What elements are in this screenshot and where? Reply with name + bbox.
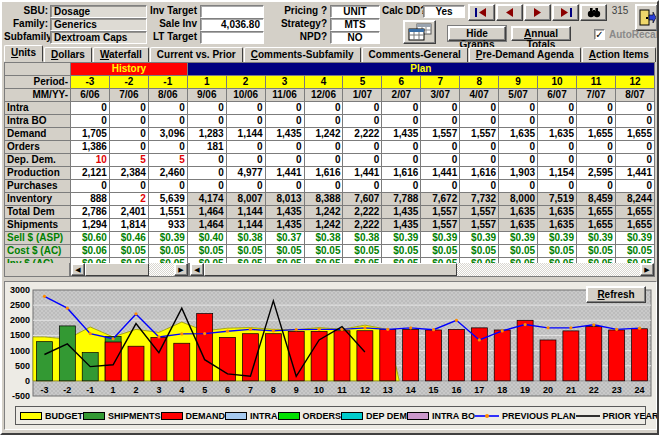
grid-cell[interactable]: 1,557 — [460, 206, 499, 219]
grid-cell[interactable]: 0 — [71, 102, 110, 115]
grid-cell[interactable]: 1,655 — [615, 219, 654, 232]
grid-cell[interactable]: 1,441 — [343, 167, 382, 180]
grid-cell[interactable]: 1,814 — [109, 219, 148, 232]
grid-cell[interactable]: 1,242 — [304, 206, 343, 219]
grid-cell[interactable]: 0 — [499, 154, 538, 167]
tab-waterfall[interactable]: Waterfall — [93, 47, 149, 62]
grid-cell[interactable]: 1,435 — [265, 206, 304, 219]
grid-cell[interactable]: 0 — [421, 102, 460, 115]
exit-button[interactable] — [635, 4, 658, 31]
history-scroll-track[interactable] — [85, 263, 174, 276]
grid-cell[interactable]: 1,464 — [187, 206, 226, 219]
grid-cell[interactable]: 1,655 — [576, 128, 615, 141]
grid-cell[interactable]: 1,635 — [499, 128, 538, 141]
nav-last-button[interactable] — [552, 4, 579, 21]
grid-cell[interactable]: 1,441 — [265, 167, 304, 180]
grid-cell[interactable]: 0 — [499, 141, 538, 154]
data-tables-button[interactable] — [403, 20, 436, 44]
grid-cell[interactable]: 1,635 — [538, 219, 577, 232]
grid-cell[interactable]: 3,096 — [148, 128, 187, 141]
grid-cell[interactable]: 2,222 — [343, 219, 382, 232]
grid-cell[interactable]: 0 — [421, 141, 460, 154]
grid-cell[interactable]: $0.05 — [226, 245, 265, 258]
grid-cell[interactable]: $0.39 — [499, 232, 538, 245]
grid-cell[interactable]: 0 — [109, 180, 148, 193]
grid-cell[interactable]: 1,435 — [382, 206, 421, 219]
scroll-left-icon[interactable]: ◀ — [190, 263, 204, 276]
history-scrollbar[interactable]: ◀ ▶ — [70, 263, 189, 277]
grid-cell[interactable]: 0 — [109, 128, 148, 141]
npd-field[interactable]: NO — [330, 31, 380, 44]
grid-cell[interactable]: $0.05 — [576, 245, 615, 258]
grid-cell[interactable]: 0 — [576, 180, 615, 193]
grid-cell[interactable]: 0 — [265, 141, 304, 154]
grid-cell[interactable]: 1,144 — [226, 219, 265, 232]
grid-cell[interactable]: 933 — [148, 219, 187, 232]
grid-cell[interactable]: 1,557 — [421, 206, 460, 219]
autorecalc-checkbox[interactable]: ✓ — [594, 29, 605, 40]
period-header[interactable]: 4 — [304, 76, 343, 89]
calc-dd-field[interactable]: Yes — [423, 5, 465, 18]
grid-cell[interactable]: 1,441 — [421, 167, 460, 180]
grid-cell[interactable]: 1,655 — [576, 206, 615, 219]
sale-inv-field[interactable]: 4,036.80 — [200, 18, 264, 31]
pricing-field[interactable]: UNIT — [330, 5, 380, 18]
grid-cell[interactable]: $0.39 — [421, 232, 460, 245]
grid-cell[interactable]: $0.05 — [382, 245, 421, 258]
grid-cell[interactable]: 2 — [109, 193, 148, 206]
period-header[interactable]: 2 — [226, 76, 265, 89]
grid-cell[interactable]: 1,616 — [382, 167, 421, 180]
grid-cell[interactable]: 1,655 — [615, 128, 654, 141]
grid-cell[interactable]: 0 — [538, 102, 577, 115]
tab-dollars[interactable]: Dollars — [44, 47, 92, 62]
grid-cell[interactable]: 0 — [304, 141, 343, 154]
grid-cell[interactable]: 1,705 — [71, 128, 110, 141]
grid-cell[interactable]: 0 — [226, 115, 265, 128]
grid-cell[interactable]: 2,460 — [148, 167, 187, 180]
grid-cell[interactable]: 1,551 — [148, 206, 187, 219]
grid-cell[interactable]: 0 — [538, 141, 577, 154]
grid-cell[interactable]: 0 — [576, 115, 615, 128]
grid-cell[interactable]: 7,519 — [538, 193, 577, 206]
grid-cell[interactable]: 0 — [265, 154, 304, 167]
tab-pre-demand-agenda[interactable]: Pre-Demand Agenda — [469, 47, 581, 62]
grid-cell[interactable]: 7,672 — [421, 193, 460, 206]
scroll-right-icon[interactable]: ▶ — [640, 263, 654, 276]
period-header[interactable]: 7 — [421, 76, 460, 89]
grid-cell[interactable]: 0 — [499, 102, 538, 115]
scroll-left-icon[interactable]: ◀ — [71, 263, 85, 276]
grid-cell[interactable]: 0 — [460, 115, 499, 128]
grid-cell[interactable]: 0 — [343, 180, 382, 193]
grid-cell[interactable]: $0.60 — [71, 232, 110, 245]
grid-cell[interactable]: 0 — [343, 115, 382, 128]
grid-cell[interactable]: $0.05 — [148, 245, 187, 258]
grid-cell[interactable]: $0.39 — [538, 232, 577, 245]
tab-comments-general[interactable]: Comments-General — [362, 47, 468, 62]
grid-cell[interactable]: 2,222 — [343, 206, 382, 219]
grid-cell[interactable]: $0.38 — [226, 232, 265, 245]
grid-cell[interactable]: 8,013 — [265, 193, 304, 206]
grid-cell[interactable]: 1,655 — [615, 206, 654, 219]
inv-target-field[interactable] — [200, 5, 264, 18]
tab-action-items[interactable]: Action Items — [582, 47, 656, 62]
grid-cell[interactable]: 0 — [615, 115, 654, 128]
grid-cell[interactable]: $0.06 — [71, 245, 110, 258]
grid-cell[interactable]: 1,635 — [538, 206, 577, 219]
period-header[interactable]: 11 — [576, 76, 615, 89]
history-scroll-thumb[interactable] — [85, 263, 149, 276]
tab-comments-subfamily[interactable]: Comments-Subfamily — [244, 47, 361, 62]
grid-cell[interactable]: 10 — [71, 154, 110, 167]
grid-cell[interactable]: 0 — [538, 180, 577, 193]
grid-cell[interactable]: $0.05 — [109, 245, 148, 258]
grid-cell[interactable]: 8,244 — [615, 193, 654, 206]
grid-cell[interactable]: 0 — [576, 154, 615, 167]
grid-cell[interactable]: 0 — [343, 141, 382, 154]
period-header[interactable]: 9 — [499, 76, 538, 89]
scroll-right-icon[interactable]: ▶ — [174, 263, 188, 276]
nav-first-button[interactable] — [468, 4, 495, 21]
grid-cell[interactable]: 0 — [109, 115, 148, 128]
period-header[interactable]: 6 — [382, 76, 421, 89]
strategy-field[interactable]: MTS — [330, 18, 380, 31]
grid-cell[interactable]: 0 — [304, 180, 343, 193]
grid-cell[interactable]: 1,435 — [265, 128, 304, 141]
